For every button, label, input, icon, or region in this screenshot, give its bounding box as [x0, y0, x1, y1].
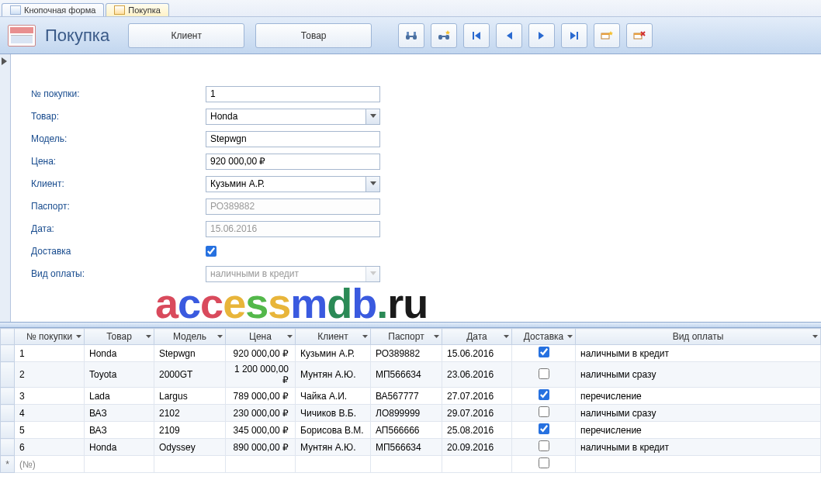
last-record-button[interactable] [561, 23, 587, 48]
cell-client[interactable]: Чичиков В.Б. [296, 405, 371, 422]
col-passport[interactable]: Паспорт [371, 329, 442, 345]
chevron-down-icon[interactable] [502, 333, 510, 340]
first-record-button[interactable] [463, 23, 490, 48]
row-selector[interactable] [1, 362, 15, 388]
tab-purchase[interactable]: Покупка [106, 3, 169, 16]
cell-no[interactable]: (№) [15, 456, 85, 473]
cell-model[interactable]: Odyssey [154, 439, 226, 456]
cell-no[interactable]: 3 [15, 388, 85, 405]
cell-delivery[interactable] [512, 405, 576, 422]
cell-paytype[interactable]: перечисление [576, 422, 821, 439]
cell-paytype[interactable] [576, 456, 821, 473]
chevron-down-icon[interactable] [365, 109, 379, 124]
cell-passport[interactable] [371, 456, 442, 473]
chevron-down-icon[interactable] [216, 333, 223, 340]
cell-model[interactable] [154, 456, 226, 473]
new-row-marker[interactable]: * [1, 456, 15, 473]
cell-passport[interactable]: РО389882 [371, 345, 442, 362]
delete-record-button[interactable] [626, 23, 653, 48]
find-replace-button[interactable] [431, 23, 457, 48]
model-input[interactable] [206, 131, 380, 147]
tab-button-form[interactable]: Кнопочная форма [2, 3, 104, 16]
cell-paytype[interactable]: наличными сразу [576, 405, 821, 422]
col-paytype[interactable]: Вид оплаты [576, 329, 821, 345]
delivery-checkbox[interactable] [539, 440, 549, 451]
cell-client[interactable]: Борисова В.М. [296, 422, 371, 439]
col-no[interactable]: № покупки [15, 329, 85, 345]
table-row[interactable]: 2Toyota2000GT1 200 000,00 ₽Мунтян А.Ю.МП… [1, 362, 821, 388]
delivery-checkbox[interactable] [539, 368, 549, 379]
splitter[interactable] [0, 322, 821, 328]
chevron-down-icon[interactable] [811, 333, 819, 340]
client-combo[interactable] [206, 176, 380, 192]
delivery-checkbox[interactable] [206, 246, 217, 257]
cell-delivery[interactable] [512, 422, 576, 439]
cell-date[interactable]: 25.08.2016 [442, 422, 512, 439]
delivery-checkbox[interactable] [539, 423, 549, 434]
chevron-down-icon[interactable] [566, 333, 573, 340]
table-row[interactable]: 6HondaOdyssey890 000,00 ₽Мунтян А.Ю.МП56… [1, 439, 821, 456]
row-selector[interactable] [1, 422, 15, 439]
cell-product[interactable] [85, 456, 154, 473]
cell-no[interactable]: 4 [15, 405, 85, 422]
cell-delivery[interactable] [512, 456, 576, 473]
client-input[interactable] [206, 177, 365, 192]
datasheet[interactable]: № покупки Товар Модель Цена Клиент Паспо… [0, 328, 821, 504]
col-client[interactable]: Клиент [296, 329, 371, 345]
delivery-checkbox[interactable] [539, 457, 549, 468]
chevron-down-icon[interactable] [74, 333, 82, 340]
cell-client[interactable] [296, 456, 371, 473]
cell-paytype[interactable]: перечисление [576, 388, 821, 405]
cell-price[interactable]: 1 200 000,00 ₽ [226, 362, 296, 388]
cell-date[interactable]: 15.06.2016 [442, 345, 512, 362]
cell-no[interactable]: 5 [15, 422, 85, 439]
row-selector[interactable] [1, 405, 15, 422]
cell-product[interactable]: Lada [85, 388, 154, 405]
product-input[interactable] [206, 109, 365, 124]
cell-date[interactable]: 23.06.2016 [442, 362, 512, 388]
chevron-down-icon[interactable] [365, 177, 379, 192]
cell-product[interactable]: ВАЗ [85, 422, 154, 439]
cell-delivery[interactable] [512, 388, 576, 405]
cell-no[interactable]: 6 [15, 439, 85, 456]
cell-passport[interactable]: МП566634 [371, 439, 442, 456]
record-selector[interactable] [0, 54, 11, 322]
cell-price[interactable]: 920 000,00 ₽ [226, 345, 296, 362]
prev-record-button[interactable] [496, 23, 522, 48]
col-model[interactable]: Модель [154, 329, 226, 345]
chevron-down-icon[interactable] [144, 333, 152, 340]
cell-product[interactable]: ВАЗ [85, 405, 154, 422]
cell-client[interactable]: Чайка А.И. [296, 388, 371, 405]
cell-price[interactable] [226, 456, 296, 473]
cell-price[interactable]: 230 000,00 ₽ [226, 405, 296, 422]
cell-passport[interactable]: МП566634 [371, 362, 442, 388]
chevron-down-icon[interactable] [361, 333, 369, 340]
price-input[interactable] [206, 154, 380, 170]
col-delivery[interactable]: Доставка [512, 329, 576, 345]
cell-passport[interactable]: АП566666 [371, 422, 442, 439]
cell-client[interactable]: Кузьмин А.Р. [296, 345, 371, 362]
cell-model[interactable]: Largus [154, 388, 226, 405]
cell-client[interactable]: Мунтян А.Ю. [296, 439, 371, 456]
cell-no[interactable]: 2 [15, 362, 85, 388]
cell-passport[interactable]: ЛО899999 [371, 405, 442, 422]
client-button[interactable]: Клиент [128, 23, 244, 48]
find-button[interactable] [398, 23, 424, 48]
delivery-checkbox[interactable] [539, 389, 549, 400]
col-price[interactable]: Цена [226, 329, 296, 345]
table-row[interactable]: 5ВАЗ2109345 000,00 ₽Борисова В.М.АП56666… [1, 422, 821, 439]
cell-client[interactable]: Мунтян А.Ю. [296, 362, 371, 388]
cell-price[interactable]: 789 000,00 ₽ [226, 388, 296, 405]
delivery-checkbox[interactable] [539, 406, 549, 417]
cell-product[interactable]: Toyota [85, 362, 154, 388]
select-all[interactable] [1, 329, 15, 345]
cell-product[interactable]: Honda [85, 345, 154, 362]
delivery-checkbox[interactable] [539, 347, 549, 357]
new-record-button[interactable] [594, 23, 620, 48]
row-selector[interactable] [1, 388, 15, 405]
cell-date[interactable] [442, 456, 512, 473]
cell-paytype[interactable]: наличными сразу [576, 362, 821, 388]
cell-product[interactable]: Honda [85, 439, 154, 456]
cell-date[interactable]: 29.07.2016 [442, 405, 512, 422]
cell-paytype[interactable]: наличными в кредит [576, 345, 821, 362]
